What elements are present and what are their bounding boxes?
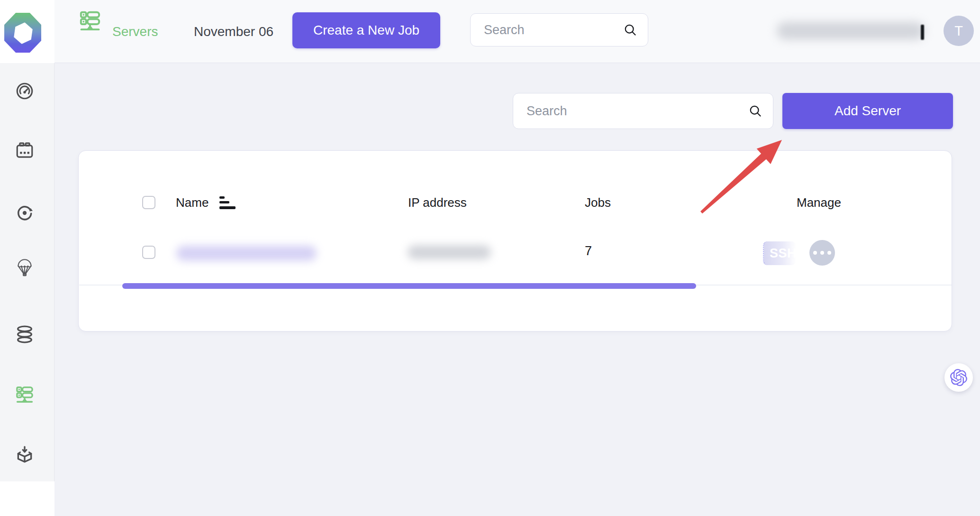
- search-icon[interactable]: [748, 104, 762, 118]
- package-install-icon: [15, 445, 35, 465]
- database-icon: [15, 324, 35, 344]
- row-more-button[interactable]: [809, 240, 835, 266]
- server-search-input[interactable]: [513, 104, 748, 119]
- gauge-icon: [15, 81, 35, 101]
- ssh-badge[interactable]: SSH: [763, 241, 796, 265]
- column-header-jobs: Jobs: [585, 191, 611, 214]
- row-checkbox[interactable]: [142, 246, 155, 259]
- server-search: [513, 93, 773, 129]
- calendar-icon: [15, 141, 35, 161]
- openai-logo-icon: [950, 369, 967, 386]
- top-header: Servers November 06 Create a New Job T: [54, 0, 980, 63]
- assistant-button[interactable]: [944, 363, 973, 392]
- sync-icon: [15, 203, 34, 222]
- logo-cell: [0, 0, 54, 63]
- date-label: November 06: [194, 0, 273, 63]
- create-new-job-button[interactable]: Create a New Job: [292, 12, 440, 48]
- loading-progress-bar: [122, 283, 696, 289]
- servers-icon: [15, 385, 35, 405]
- column-header-manage: Manage: [797, 191, 841, 214]
- sidebar: [0, 63, 54, 481]
- app-logo-hole: [12, 21, 34, 45]
- search-icon[interactable]: [623, 23, 637, 37]
- parachute-icon: [14, 256, 35, 278]
- column-header-ip-address: IP address: [408, 191, 467, 214]
- header-search-input[interactable]: [471, 23, 623, 37]
- user-email-visible-character: [921, 25, 924, 40]
- server-name-redacted[interactable]: [176, 246, 317, 261]
- header-search: [470, 13, 648, 46]
- servers-card: Name IP address Jobs Manage 7 SSH: [78, 150, 952, 332]
- page-title[interactable]: Servers: [112, 0, 158, 63]
- sidebar-item-parachute[interactable]: [14, 257, 35, 277]
- avatar[interactable]: T: [944, 16, 974, 46]
- sidebar-item-package-install[interactable]: [14, 444, 35, 465]
- main-content: Add Server Name IP address Jobs Manage 7…: [54, 63, 980, 516]
- server-ip-redacted: [408, 245, 491, 259]
- sidebar-item-calendar[interactable]: [14, 140, 35, 161]
- app-window: Servers November 06 Create a New Job T A…: [0, 0, 980, 516]
- sidebar-item-sync[interactable]: [14, 203, 35, 223]
- sidebar-item-dashboard[interactable]: [14, 81, 35, 101]
- servers-nav-icon: [78, 9, 102, 33]
- sidebar-item-servers[interactable]: [14, 384, 35, 405]
- add-server-button[interactable]: Add Server: [782, 93, 953, 129]
- user-email-redacted: [777, 22, 925, 40]
- sort-icon[interactable]: [219, 196, 236, 210]
- column-header-name[interactable]: Name: [176, 191, 209, 214]
- jobs-count: 7: [585, 244, 592, 258]
- app-logo[interactable]: [4, 13, 41, 53]
- select-all-checkbox[interactable]: [142, 196, 155, 209]
- sidebar-item-database[interactable]: [14, 324, 35, 345]
